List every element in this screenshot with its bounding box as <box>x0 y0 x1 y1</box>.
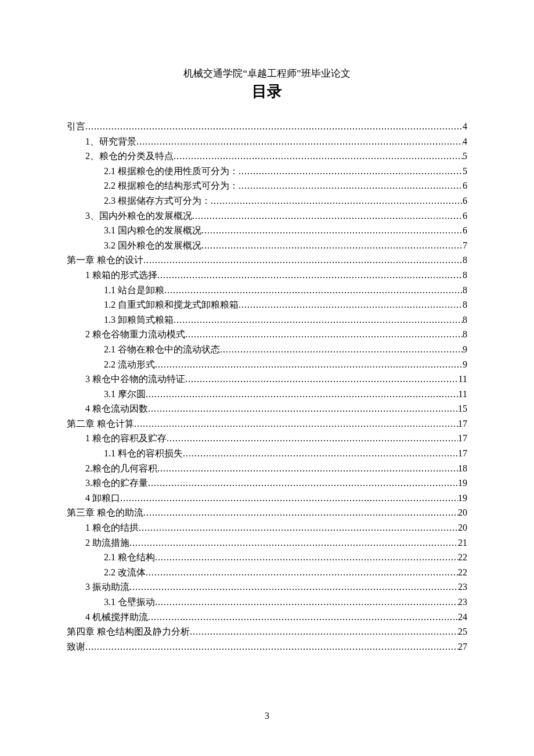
toc-entry-label: 第四章 粮仓结构图及静力分析 <box>67 624 190 639</box>
toc-entry: 2、粮仓的分类及特点 5 <box>67 149 467 164</box>
toc-entry: 致谢27 <box>67 639 467 654</box>
toc-entry: 4 机械搅拌助流24 <box>67 610 467 625</box>
toc-entry-label: 2.2 根据粮仓的结构形式可分为： <box>104 178 239 193</box>
toc-leader-dots <box>129 535 458 550</box>
toc-entry-page: 18 <box>458 461 467 476</box>
toc-entry-page: 20 <box>458 520 467 535</box>
toc-entry-page: 22 <box>458 550 467 565</box>
toc-entry-page: 7 <box>463 238 467 253</box>
toc-entry-label: 1 粮仓的容积及贮存 <box>85 431 167 446</box>
toc-entry: 第三章 粮仓的助流20 <box>67 505 467 520</box>
toc-leader-dots <box>146 565 458 580</box>
toc-entry: 3.1 仓壁振动 23 <box>67 595 467 610</box>
toc-leader-dots <box>239 164 463 179</box>
toc-entry-label: 第二章 粮仓计算 <box>67 416 134 431</box>
toc-entry-page: 21 <box>458 535 467 550</box>
toc-leader-dots <box>148 610 458 625</box>
toc-entry-label: 3.1 摩尔圆 <box>104 387 146 402</box>
toc-leader-dots <box>143 253 463 268</box>
toc-entry-label: 第一章 粮仓的设计 <box>67 253 143 268</box>
toc-leader-dots <box>148 401 458 416</box>
toc-leader-dots <box>192 208 463 224</box>
toc-entry: 2.2 流动形式 9 <box>67 357 467 372</box>
toc-leader-dots <box>155 550 458 565</box>
toc-leader-dots <box>85 639 458 654</box>
document-page: 机械交通学院“卓越工程师”班毕业论文 目录 引言41、研究背景 42、粮仓的分类… <box>0 0 534 756</box>
toc-entry: 1.1 站台是卸粮 8 <box>67 283 467 298</box>
page-number: 3 <box>0 711 534 721</box>
toc-entry-label: 2.粮仓的几何容积 <box>85 461 157 476</box>
toc-leader-dots <box>211 193 463 208</box>
toc-entry-label: 4 卸粮口 <box>85 491 120 506</box>
toc-entry: 1.1 料仓的容积损失 17 <box>67 446 467 461</box>
toc-entry-page: 19 <box>458 491 467 506</box>
toc-entry-page: 6 <box>463 178 467 193</box>
toc-leader-dots <box>164 283 463 298</box>
toc-entry-label: 1 粮仓的结拱 <box>85 520 139 535</box>
toc-entry-page: 4 <box>463 119 467 134</box>
toc-entry-label: 2.2 流动形式 <box>104 357 155 372</box>
toc-entry-label: 2.1 根据粮仓的使用性质可分为： <box>104 164 239 179</box>
toc-entry-label: 1.1 料仓的容积损失 <box>104 446 183 461</box>
toc-title: 目录 <box>67 81 467 102</box>
toc-leader-dots <box>185 372 459 387</box>
table-of-contents: 引言41、研究背景 42、粮仓的分类及特点 52.1 根据粮仓的使用性质可分为：… <box>67 119 467 654</box>
toc-entry-page: 8 <box>463 327 467 342</box>
toc-entry: 1.3 卸粮筒式粮箱 8 <box>67 312 467 327</box>
toc-entry: 2.2 根据粮仓的结构形式可分为： 6 <box>67 178 467 193</box>
toc-entry-label: 3、国内外粮仓的发展概况 <box>85 208 192 224</box>
toc-entry-page: 6 <box>463 208 467 224</box>
toc-entry-page: 11 <box>459 372 467 387</box>
toc-leader-dots <box>134 416 458 431</box>
toc-entry-page: 9 <box>463 357 467 372</box>
toc-leader-dots <box>183 446 458 461</box>
toc-leader-dots <box>129 579 458 595</box>
toc-entry-page: 17 <box>458 446 467 461</box>
toc-leader-dots <box>174 312 463 327</box>
toc-entry: 1 粮仓的容积及贮存17 <box>67 431 467 446</box>
toc-entry-page: 8 <box>463 283 467 298</box>
toc-entry: 3 粮仓中谷物的流动特证 11 <box>67 372 467 387</box>
toc-entry-label: 引言 <box>67 119 85 134</box>
toc-entry-page: 8 <box>463 312 467 327</box>
toc-entry: 3、国内外粮仓的发展概况 6 <box>67 208 467 224</box>
toc-entry: 2.1 根据粮仓的使用性质可分为： 5 <box>67 164 467 179</box>
running-header: 机械交通学院“卓越工程师”班毕业论文 <box>67 67 467 80</box>
toc-leader-dots <box>157 461 458 476</box>
toc-entry-label: 第三章 粮仓的助流 <box>67 505 143 520</box>
toc-leader-dots <box>120 491 458 506</box>
toc-entry-label: 3.粮仓的贮存量 <box>85 476 148 491</box>
toc-entry-page: 8 <box>463 253 467 268</box>
toc-entry: 2.1 粮仓结构 22 <box>67 550 467 565</box>
toc-leader-dots <box>201 223 463 238</box>
toc-leader-dots <box>148 476 458 491</box>
toc-entry-page: 17 <box>458 431 467 446</box>
toc-entry: 1 粮箱的形式选择8 <box>67 268 467 283</box>
toc-leader-dots <box>167 431 458 446</box>
toc-entry-label: 2.3 根据储存方式可分为： <box>104 193 211 208</box>
toc-leader-dots <box>201 238 463 253</box>
toc-entry-page: 6 <box>463 223 467 238</box>
toc-entry: 第二章 粮仓计算17 <box>67 416 467 431</box>
toc-leader-dots <box>220 342 463 357</box>
toc-leader-dots <box>185 327 463 342</box>
toc-entry-page: 6 <box>463 193 467 208</box>
toc-entry-page: 20 <box>458 505 467 520</box>
toc-leader-dots <box>146 387 459 402</box>
toc-entry-label: 1.3 卸粮筒式粮箱 <box>104 312 174 327</box>
toc-entry-page: 15 <box>458 401 467 416</box>
toc-entry: 2.1 谷物在粮仓中的流动状态 9 <box>67 342 467 357</box>
toc-entry-label: 致谢 <box>67 639 85 654</box>
toc-leader-dots <box>136 134 463 149</box>
toc-entry-label: 1.1 站台是卸粮 <box>104 283 164 298</box>
toc-entry-page: 24 <box>458 610 467 625</box>
toc-entry-label: 3.1 仓壁振动 <box>104 595 155 610</box>
toc-entry: 4 卸粮口19 <box>67 491 467 506</box>
toc-entry: 2.粮仓的几何容积 18 <box>67 461 467 476</box>
toc-entry: 1、研究背景 4 <box>67 134 467 149</box>
toc-entry-page: 22 <box>458 565 467 580</box>
toc-entry-label: 2 助流措施 <box>85 535 129 550</box>
toc-entry-label: 1、研究背景 <box>85 134 136 149</box>
toc-entry: 2 助流措施21 <box>67 535 467 550</box>
toc-entry-label: 2 粮仓谷物重力流动模式 <box>85 327 185 342</box>
